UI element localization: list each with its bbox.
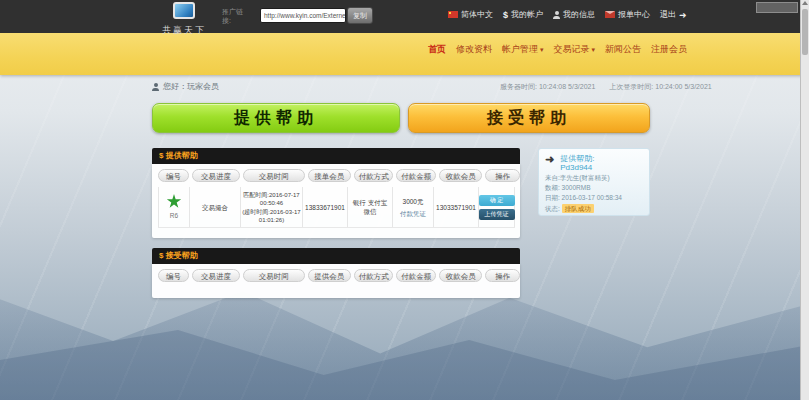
cell-receive-member: 13033571901 (434, 187, 479, 227)
cell-pay-amount: 3000元 付款凭证 (393, 187, 434, 227)
order-amount: 数额: 3000RMB (545, 183, 643, 192)
cell-progress: 交易撮合 (190, 187, 241, 227)
row-id: R6 (170, 211, 178, 220)
upload-voucher-button[interactable]: 上传凭证 (479, 209, 515, 220)
nav-item-register[interactable]: 注册会员 (651, 43, 687, 56)
mail-icon (605, 11, 615, 18)
nav-label: 交易记录 (554, 43, 590, 56)
login-times: 服务器时间: 10:24:08 5/3/2021 上次登录时间: 10:24:0… (500, 82, 712, 92)
my-info-label: 我的信息 (563, 9, 595, 20)
order-summary-card: ➜ 提供帮助: Pd3d944 来自:李先生(财富精英) 数额: 3000RMB… (538, 148, 650, 216)
column-header[interactable]: 编号 (158, 269, 189, 282)
language-label: 简体中文 (461, 9, 493, 20)
provide-table-panel: 编号 交易进度 交易时间 接单会员 付款方式 付款金额 收款会员 操作 R6 交… (152, 164, 520, 238)
report-center-link[interactable]: 报单中心 (605, 9, 650, 20)
nav-item-home[interactable]: 首页 (428, 43, 446, 56)
accept-section-header: $ 接受帮助 (152, 248, 520, 264)
provide-table-header-row: 编号 交易进度 交易时间 接单会员 付款方式 付款金额 收款会员 操作 (152, 164, 520, 182)
accept-help-button[interactable]: 接受帮助 (408, 103, 650, 133)
order-card-header: ➜ 提供帮助: Pd3d944 (545, 154, 643, 172)
column-header[interactable]: 操作 (485, 169, 520, 182)
column-header[interactable]: 提供会员 (308, 269, 351, 282)
column-header[interactable]: 操作 (485, 269, 520, 282)
provide-section-title: $ 提供帮助 (152, 148, 520, 164)
confirm-button[interactable]: 确 定 (479, 195, 515, 206)
nav-label: 新闻公告 (605, 43, 641, 56)
arrow-right-icon: ➜ (545, 154, 554, 165)
logo-icon (173, 2, 195, 19)
column-header[interactable]: 接单会员 (308, 169, 351, 182)
provide-section-header: $ 提供帮助 (152, 148, 520, 164)
column-header[interactable]: 付款金额 (396, 269, 436, 282)
account-label: 我的帐户 (511, 9, 543, 20)
top-bar: 共赢天下 推广链接: http://www.kyin.com/ExterneRe… (0, 0, 809, 33)
last-login-time: 上次登录时间: 10:24:00 5/3/2021 (609, 82, 711, 92)
column-header[interactable]: 交易进度 (192, 169, 240, 182)
nav-item-account-management[interactable]: 帐户管理 ▾ (502, 43, 544, 56)
nav-items: 首页 修改资料 帐户管理 ▾ 交易记录 ▾ 新闻公告 注册会员 (428, 43, 687, 56)
copy-button[interactable]: 复制 (347, 7, 373, 24)
order-from: 来自:李先生(财富精英) (545, 173, 643, 182)
logo-text: 共赢天下 (158, 24, 210, 37)
scrollbar-thumb[interactable] (802, 9, 808, 55)
top-links: 简体中文 $ 我的帐户 我的信息 报单中心 退出 ➜ (448, 9, 687, 20)
background-polygon (0, 300, 809, 400)
browser-tooltip (756, 2, 798, 13)
logout-link[interactable]: 退出 ➜ (660, 9, 687, 20)
order-date: 日期: 2016-03-17 00:58:34 (545, 193, 643, 202)
column-header[interactable]: 交易时间 (243, 269, 305, 282)
column-header[interactable]: 付款方式 (354, 169, 394, 182)
cell-taker-member: 13833671901 (303, 187, 348, 227)
accept-table-panel: 编号 交易进度 交易时间 提供会员 付款方式 付款金额 收款会员 操作 (152, 264, 520, 298)
accept-section-title: $ 接受帮助 (152, 248, 520, 264)
greeting-text: 您好：玩家会员 (163, 81, 219, 92)
logout-label: 退出 (660, 9, 676, 20)
my-info-link[interactable]: 我的信息 (553, 9, 595, 20)
user-greeting: 您好：玩家会员 (152, 81, 219, 92)
column-header[interactable]: 编号 (158, 169, 189, 182)
nav-item-transaction-records[interactable]: 交易记录 ▾ (554, 43, 596, 56)
language-link[interactable]: 简体中文 (448, 9, 493, 20)
column-header[interactable]: 交易时间 (243, 169, 305, 182)
person-icon (152, 83, 159, 91)
nav-label: 修改资料 (456, 43, 492, 56)
column-header[interactable]: 交易进度 (192, 269, 240, 282)
page: 共赢天下 推广链接: http://www.kyin.com/ExterneRe… (0, 0, 809, 400)
column-header[interactable]: 收款会员 (439, 169, 482, 182)
scroll-up-arrow[interactable] (802, 1, 808, 5)
dollar-icon: $ (503, 10, 508, 20)
order-type-label: 提供帮助: (560, 154, 594, 163)
accept-table-header-row: 编号 交易进度 交易时间 提供会员 付款方式 付款金额 收款会员 操作 (152, 264, 520, 282)
column-header[interactable]: 收款会员 (439, 269, 482, 282)
report-center-label: 报单中心 (618, 9, 650, 20)
flag-icon (448, 11, 458, 18)
match-time: 匹配时间:2016-07-17 00:50:46 (242, 191, 301, 207)
table-row: R6 交易撮合 匹配时间:2016-07-17 00:50:46 (超时时间:2… (158, 187, 515, 228)
cell-id: R6 (158, 187, 190, 227)
account-link[interactable]: $ 我的帐户 (503, 9, 543, 20)
site-logo[interactable]: 共赢天下 (158, 2, 210, 37)
pay-amount: 3000元 (403, 197, 424, 206)
progress-text: 交易撮合 (202, 203, 228, 212)
promo-url-input[interactable]: http://www.kyin.com/ExterneRegist (260, 8, 346, 23)
provide-help-button[interactable]: 提供帮助 (152, 103, 400, 133)
column-header[interactable]: 付款方式 (354, 269, 394, 282)
nav-item-edit-profile[interactable]: 修改资料 (456, 43, 492, 56)
chevron-down-icon: ▾ (592, 46, 596, 54)
star-icon (167, 194, 182, 209)
column-header[interactable]: 付款金额 (396, 169, 436, 182)
person-icon (553, 11, 560, 19)
order-id[interactable]: Pd3d944 (560, 163, 594, 172)
logout-arrow-icon: ➜ (679, 10, 687, 20)
nav-item-news[interactable]: 新闻公告 (605, 43, 641, 56)
timeout-time: (超时时间:2016-03-17 01:01:26) (242, 208, 301, 224)
promo-link-label: 推广链接: (222, 7, 248, 25)
nav-label: 首页 (428, 43, 446, 56)
vertical-scrollbar[interactable] (800, 0, 809, 400)
chevron-down-icon: ▾ (540, 46, 544, 54)
payment-voucher-link[interactable]: 付款凭证 (400, 209, 426, 218)
status-badge: 排队成功 (562, 204, 594, 213)
nav-label: 注册会员 (651, 43, 687, 56)
server-time: 服务器时间: 10:24:08 5/3/2021 (500, 82, 595, 92)
cell-time: 匹配时间:2016-07-17 00:50:46 (超时时间:2016-03-1… (241, 187, 303, 227)
